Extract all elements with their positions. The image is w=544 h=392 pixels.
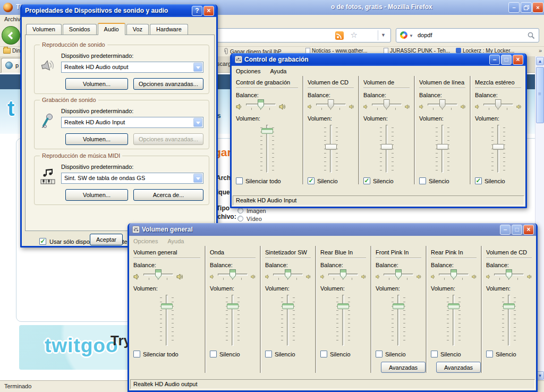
mute-checkbox[interactable] <box>236 177 243 184</box>
back-button[interactable] <box>2 26 20 45</box>
volume-thumb[interactable] <box>325 144 337 150</box>
volume-track[interactable] <box>386 125 388 173</box>
mute-checkbox[interactable] <box>133 351 140 357</box>
recording-titlebar[interactable]: Control de grabación – □ × <box>232 53 525 66</box>
tab-volumen[interactable]: Volumen <box>26 24 62 35</box>
volume-thumb[interactable] <box>337 303 349 309</box>
volume-track[interactable] <box>330 125 332 173</box>
google-icon[interactable] <box>400 31 407 39</box>
mute-checkbox[interactable] <box>265 351 272 357</box>
close-button[interactable]: × <box>513 55 523 65</box>
tab-hardware[interactable]: Hardware <box>150 24 188 35</box>
checkbox-checked-icon[interactable]: ✓ <box>39 238 46 245</box>
volume-track[interactable] <box>166 295 168 346</box>
volume-thumb[interactable] <box>161 303 173 309</box>
tab-sonidos[interactable]: Sonidos <box>63 24 97 35</box>
scroll-up-icon[interactable]: ▲ <box>536 57 544 65</box>
rss-icon[interactable] <box>335 31 344 40</box>
midi-about-button[interactable]: Acerca de... <box>133 189 203 201</box>
volume-track[interactable] <box>497 125 499 173</box>
volume-track[interactable] <box>453 295 455 346</box>
mute-checkbox[interactable]: ✓ <box>363 177 370 184</box>
advanced-button[interactable]: Avanzadas <box>381 362 426 373</box>
close-button[interactable]: × <box>532 2 543 13</box>
combo-arrow-icon[interactable] <box>193 118 202 127</box>
volume-thumb[interactable] <box>448 303 460 309</box>
menu-ayuda[interactable]: Ayuda <box>270 68 286 74</box>
master-titlebar[interactable]: Volumen general – □ × <box>129 223 536 236</box>
menu-ayuda[interactable]: Ayuda <box>167 238 184 244</box>
close-button[interactable]: × <box>523 225 534 235</box>
restore-button[interactable] <box>521 2 532 13</box>
bookmark-star-icon[interactable]: ☆ <box>351 30 358 40</box>
midi-device-select[interactable]: Sint. SW de tabla de ondas GS <box>61 173 203 184</box>
mute-checkbox[interactable]: ✓ <box>308 177 314 184</box>
volume-thumb[interactable] <box>227 303 239 309</box>
mute-checkbox-row[interactable]: Silencio <box>210 351 256 357</box>
scrollbar-thumb[interactable] <box>536 67 544 123</box>
search-engine-dropdown-icon[interactable]: ▼ <box>409 33 413 38</box>
mute-checkbox-row[interactable]: ✓ Silencio <box>475 177 521 184</box>
search-input[interactable]: ▼ dopdf <box>396 28 539 42</box>
url-dropdown-icon[interactable]: ▼ <box>378 30 388 40</box>
volume-thumb[interactable] <box>381 144 393 150</box>
accept-button[interactable]: Aceptar <box>90 234 123 245</box>
volume-track[interactable] <box>508 295 510 346</box>
mute-checkbox-row[interactable]: Silenciar todo <box>133 351 200 357</box>
help-button[interactable]: ? <box>192 6 202 16</box>
volume-thumb[interactable] <box>492 144 504 150</box>
search-value[interactable]: dopdf <box>418 32 432 38</box>
menu-opciones[interactable]: Opciones <box>133 238 158 244</box>
combo-arrow-icon[interactable] <box>193 174 202 183</box>
minimize-button[interactable]: – <box>508 2 520 13</box>
mute-checkbox-row[interactable]: ✓ Silencio <box>363 177 410 184</box>
mute-checkbox-row[interactable]: Silencio <box>376 351 421 357</box>
tab-audio[interactable]: Audio <box>98 23 125 35</box>
playback-volume-button[interactable]: Volumen... <box>65 78 128 90</box>
minimize-button[interactable]: – <box>489 55 500 65</box>
volume-track[interactable] <box>232 295 234 346</box>
mute-checkbox[interactable]: ✓ <box>475 177 482 184</box>
mute-checkbox[interactable] <box>431 351 438 357</box>
recording-device-select[interactable]: Realtek HD Audio Input <box>61 117 203 128</box>
volume-thumb[interactable] <box>503 303 515 309</box>
mute-checkbox-row[interactable]: Silencio <box>419 177 465 184</box>
maximize-button[interactable]: □ <box>501 55 512 65</box>
mute-checkbox[interactable] <box>486 351 493 357</box>
tab-voz[interactable]: Voz <box>126 24 149 35</box>
mute-checkbox[interactable] <box>210 351 217 357</box>
radio-imagen[interactable] <box>237 208 243 214</box>
mute-checkbox-row[interactable]: Silencio <box>486 351 532 357</box>
mute-checkbox-row[interactable]: ✓ Silencio <box>308 177 354 184</box>
menu-opciones[interactable]: Opciones <box>236 68 260 74</box>
playback-device-select[interactable]: Realtek HD Audio output <box>61 62 203 73</box>
playback-advanced-button[interactable]: Opciones avanzadas... <box>133 78 203 90</box>
combo-arrow-icon[interactable] <box>193 63 202 72</box>
mute-checkbox-row[interactable]: Silencio <box>320 351 366 357</box>
volume-thumb[interactable] <box>437 144 448 150</box>
mute-checkbox[interactable] <box>419 177 426 184</box>
volume-thumb[interactable] <box>261 128 273 134</box>
bookmarks-overflow-chevron[interactable]: » <box>539 47 542 54</box>
mute-checkbox-row[interactable]: Silencio <box>431 351 477 357</box>
maximize-button[interactable]: □ <box>512 225 522 235</box>
midi-volume-button[interactable]: Volumen... <box>65 189 128 201</box>
dialog-close-button[interactable]: × <box>203 6 214 16</box>
volume-track[interactable] <box>397 295 400 346</box>
recording-volume-button[interactable]: Volumen... <box>65 133 128 145</box>
volume-track[interactable] <box>342 295 344 346</box>
search-magnifier-icon[interactable] <box>527 31 536 40</box>
volume-track[interactable] <box>441 125 444 173</box>
volume-track[interactable] <box>266 125 268 173</box>
mute-checkbox-row[interactable]: Silencio <box>265 351 311 357</box>
volume-thumb[interactable] <box>282 303 294 309</box>
volume-thumb[interactable] <box>393 303 404 309</box>
volume-track[interactable] <box>287 295 289 346</box>
radio-video[interactable] <box>237 216 243 221</box>
bookmark-folder[interactable]: Din <box>3 48 20 54</box>
mute-checkbox-row[interactable]: Silenciar todo <box>236 177 298 184</box>
dialog-titlebar[interactable]: Propiedades de Dispositivos de sonido y … <box>22 4 216 17</box>
mute-checkbox[interactable] <box>376 351 382 357</box>
mute-checkbox[interactable] <box>320 351 327 357</box>
minimize-button[interactable]: – <box>500 225 511 235</box>
